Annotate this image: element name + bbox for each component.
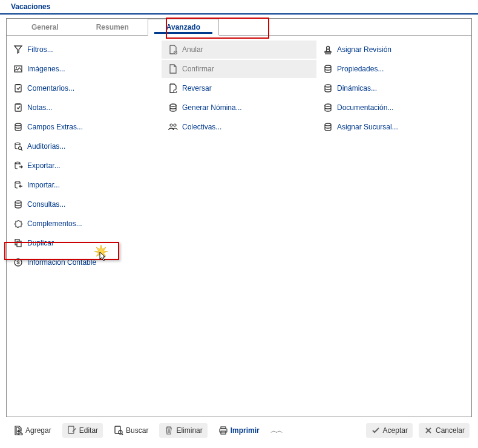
menu-item-auditorias[interactable]: Auditorias...	[7, 137, 162, 155]
cancel-button[interactable]: Cancelar	[419, 423, 470, 438]
menu-item-label: Documentación...	[337, 103, 393, 112]
svg-point-11	[15, 181, 20, 183]
menu-item-filtros[interactable]: Filtros...	[7, 41, 162, 59]
delete-button[interactable]: Eliminar	[159, 423, 207, 438]
svg-point-20	[170, 124, 172, 126]
doc-icon	[168, 63, 178, 74]
menu-item-comentarios[interactable]: Comentarios...	[7, 79, 162, 97]
menu-item-label: Anular	[182, 45, 203, 54]
dollar-icon: $	[13, 257, 24, 268]
db-import-icon	[13, 180, 24, 190]
menu-item-label: Generar Nómina...	[182, 103, 242, 112]
menu-item-consultas[interactable]: Consultas...	[7, 195, 162, 213]
svg-line-9	[21, 149, 22, 151]
svg-rect-2	[15, 85, 21, 92]
edit-button[interactable]: Editar	[62, 423, 103, 438]
menu-item-label: Filtros...	[27, 45, 53, 54]
db-icon	[168, 102, 178, 113]
trash-icon	[164, 426, 174, 435]
svg-point-10	[15, 162, 20, 164]
chevron-up-icon[interactable]: ︿︿	[270, 426, 281, 436]
menu-item-propiedades[interactable]: Propiedades...	[316, 60, 471, 78]
menu-item-label: Campos Extras...	[27, 123, 83, 131]
menu-item-label: Colectivas...	[182, 123, 221, 131]
menu-item-imagenes[interactable]: Imágenes...	[7, 60, 162, 78]
menu-item-label: Auditorias...	[27, 142, 65, 151]
svg-point-28	[325, 123, 331, 126]
menu-item-campos-extras[interactable]: Campos Extras...	[7, 118, 162, 136]
svg-rect-4	[15, 104, 21, 111]
db-search-icon	[13, 141, 24, 152]
menu-item-label: Exportar...	[27, 161, 61, 170]
db-icon	[13, 199, 24, 210]
add-button[interactable]: Agregar	[8, 423, 56, 438]
doc-search-icon	[114, 426, 123, 435]
menu-item-label: Propiedades...	[337, 65, 384, 73]
db-icon	[13, 122, 24, 132]
svg-point-6	[15, 123, 21, 126]
menu-item-confirmar: Confirmar	[162, 60, 316, 78]
db-icon	[322, 83, 333, 94]
menu-item-label: Asignar Revisión	[337, 45, 391, 54]
doc-edit-icon	[67, 426, 77, 435]
svg-point-8	[19, 147, 22, 150]
stamp-icon	[322, 44, 333, 55]
db-icon	[322, 63, 333, 74]
svg-rect-14	[17, 241, 21, 247]
svg-line-33	[122, 433, 123, 435]
menu-item-label: Comentarios...	[27, 84, 74, 93]
tab-avanzado[interactable]: Avanzado	[148, 19, 219, 36]
svg-rect-5	[16, 103, 20, 105]
menu-item-label: Duplicar	[27, 239, 54, 247]
menu-item-complementos[interactable]: Complementos...	[7, 215, 162, 233]
delete-label: Eliminar	[176, 426, 202, 435]
tab-resumen[interactable]: Resumen	[77, 19, 148, 36]
print-label: Imprimir	[231, 426, 260, 435]
svg-point-1	[16, 67, 17, 68]
svg-point-12	[15, 201, 21, 203]
menu-item-duplicar[interactable]: Duplicar	[7, 234, 162, 252]
clipboard-icon	[13, 102, 24, 113]
funnel-icon	[13, 44, 24, 55]
menu-item-info-contable[interactable]: $Información Contable	[7, 253, 162, 271]
menu-item-exportar[interactable]: Exportar...	[7, 157, 162, 175]
print-button[interactable]: Imprimir	[214, 423, 264, 438]
svg-rect-30	[68, 426, 74, 433]
search-label: Buscar	[126, 426, 148, 435]
menu-item-label: Reversar	[182, 84, 212, 93]
tab-general[interactable]: General	[13, 19, 77, 36]
db-export-icon	[13, 160, 24, 171]
add-label: Agregar	[25, 426, 51, 435]
puzzle-icon	[13, 218, 24, 229]
menu-item-notas[interactable]: Notas...	[7, 99, 162, 117]
menu-item-generar-nomina[interactable]: Generar Nómina...	[162, 99, 316, 117]
check-icon	[371, 426, 381, 435]
svg-point-25	[325, 65, 331, 68]
svg-line-18	[174, 51, 176, 53]
menu-item-asignar-revision[interactable]: Asignar Revisión	[316, 41, 471, 59]
menu-item-importar[interactable]: Importar...	[7, 176, 162, 194]
svg-point-19	[170, 104, 176, 106]
svg-point-21	[174, 124, 176, 126]
copy-icon	[13, 238, 24, 248]
menu-item-dinamicas[interactable]: Dinámicas...	[316, 79, 471, 97]
menu-item-label: Confirmar	[182, 65, 214, 73]
svg-rect-23	[325, 51, 331, 53]
cancel-label: Cancelar	[436, 426, 465, 435]
menu-item-reversar[interactable]: Reversar	[162, 79, 316, 97]
doc-add-icon	[13, 426, 23, 435]
accept-button[interactable]: Aceptar	[366, 423, 413, 438]
menu-item-label: Información Contable	[27, 258, 96, 267]
svg-point-26	[325, 85, 331, 87]
menu-item-colectivas[interactable]: Colectivas...	[162, 118, 316, 136]
menu-item-asignar-sucursal[interactable]: Asignar Sucursal...	[316, 118, 471, 136]
svg-point-7	[15, 143, 20, 144]
menu-item-label: Asignar Sucursal...	[337, 123, 398, 131]
svg-rect-31	[115, 426, 120, 433]
menu-item-label: Imágenes...	[27, 65, 65, 73]
menu-item-documentacion[interactable]: Documentación...	[316, 99, 471, 117]
db-icon	[322, 102, 333, 113]
doc-reverse-icon	[168, 83, 178, 94]
search-button[interactable]: Buscar	[109, 423, 153, 438]
window-title-tab: Vacaciones	[5, 0, 56, 13]
